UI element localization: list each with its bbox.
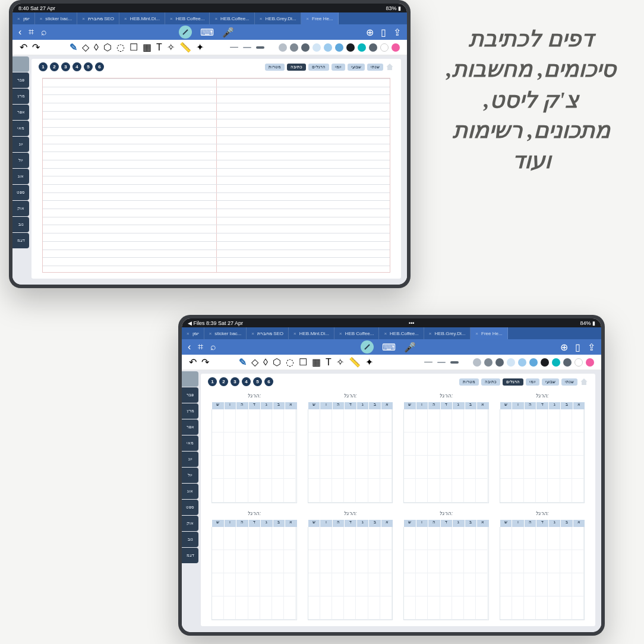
color-swatch[interactable] <box>279 43 287 52</box>
close-icon[interactable]: × <box>82 16 85 21</box>
lasso-icon[interactable]: ◌ <box>286 356 294 368</box>
color-swatch[interactable] <box>346 43 355 52</box>
shape-icon[interactable]: ⬡ <box>103 42 112 53</box>
close-icon[interactable]: × <box>429 331 432 336</box>
mic-icon[interactable]: 🎤 <box>222 27 234 38</box>
page-number-badge[interactable]: 4 <box>242 377 251 386</box>
text-icon[interactable]: T <box>156 42 162 53</box>
zoom-icon[interactable]: ✦ <box>365 356 373 368</box>
close-icon[interactable]: × <box>124 16 127 21</box>
redo-icon[interactable]: ↷ <box>201 356 209 368</box>
month-tab[interactable] <box>182 371 198 387</box>
category-tab[interactable]: שנתי <box>561 378 577 386</box>
color-swatch[interactable] <box>290 43 298 52</box>
text-icon[interactable]: T <box>326 357 332 368</box>
color-swatch[interactable] <box>586 358 594 367</box>
close-icon[interactable]: × <box>475 331 478 336</box>
back-icon[interactable]: ‹ <box>18 27 21 37</box>
month-tab[interactable]: פבר <box>182 387 198 403</box>
ruler-icon[interactable]: 📏 <box>179 42 191 53</box>
page-number-badge[interactable]: 2 <box>50 62 59 71</box>
month-tab[interactable]: יול <box>12 153 29 168</box>
month-tab[interactable]: מאי <box>12 121 29 136</box>
close-icon[interactable]: × <box>306 16 309 21</box>
eraser-icon[interactable]: ◇ <box>251 356 258 368</box>
color-swatch[interactable] <box>529 358 538 367</box>
mic-icon[interactable]: 🎤 <box>404 342 416 353</box>
month-tab[interactable]: מרץ <box>12 89 29 104</box>
share-icon[interactable]: ⇪ <box>393 27 401 38</box>
category-tab[interactable]: כתיבה <box>287 64 306 71</box>
color-swatch[interactable] <box>335 43 343 52</box>
tab[interactable]: ×HEB.Grey.Di... <box>255 12 302 24</box>
category-tab[interactable]: שבועי <box>348 64 365 71</box>
shape-icon[interactable]: ⬡ <box>273 356 281 368</box>
month-tab[interactable]: אוק <box>12 201 29 216</box>
close-icon[interactable]: × <box>209 331 212 336</box>
close-icon[interactable]: × <box>339 331 342 336</box>
tab[interactable]: ×HEB.Mint.Di... <box>119 12 165 24</box>
bookmark-icon[interactable]: ▯ <box>381 27 386 38</box>
draw-mode-icon[interactable] <box>361 340 374 353</box>
month-tab[interactable]: אוג <box>182 484 198 499</box>
color-swatch[interactable] <box>392 43 400 52</box>
color-swatch[interactable] <box>507 358 515 367</box>
close-icon[interactable]: × <box>384 331 387 336</box>
close-icon[interactable]: × <box>214 16 217 21</box>
highlighter-icon[interactable]: ◊ <box>94 42 99 53</box>
add-page-icon[interactable]: ⊕ <box>366 27 374 38</box>
color-swatch[interactable] <box>380 43 389 52</box>
page-number-badge[interactable]: 1 <box>208 377 217 386</box>
close-icon[interactable]: × <box>40 16 43 21</box>
tab[interactable]: ×יומן <box>182 327 204 339</box>
category-tab[interactable]: כתיבה <box>481 378 500 386</box>
color-swatch[interactable] <box>541 358 549 367</box>
tab[interactable]: ×HEB Coffee... <box>165 12 210 24</box>
keyboard-icon[interactable]: ⌨ <box>200 27 214 38</box>
page-number-badge[interactable]: 2 <box>219 377 228 386</box>
tab[interactable]: ×Free He... <box>471 327 507 339</box>
image-icon[interactable]: ▦ <box>143 42 151 53</box>
back-icon[interactable]: ‹ <box>188 342 191 352</box>
month-tab[interactable]: נוב <box>12 217 29 232</box>
pen-icon[interactable]: ✎ <box>70 42 77 53</box>
month-tab[interactable]: אפר <box>182 419 198 435</box>
home-icon[interactable] <box>580 378 588 386</box>
color-swatch[interactable] <box>495 358 504 367</box>
select-icon[interactable]: ☐ <box>299 356 307 368</box>
grid-icon[interactable]: ⌗ <box>29 27 34 37</box>
color-swatch[interactable] <box>312 43 321 52</box>
category-tab[interactable]: הרגלים <box>503 378 523 386</box>
tab[interactable]: ×מחברת SEO <box>77 12 119 24</box>
redo-icon[interactable]: ↷ <box>32 42 40 53</box>
stroke-thick[interactable] <box>450 361 459 364</box>
search-icon[interactable]: ⌕ <box>210 342 216 352</box>
stroke-thin[interactable] <box>424 362 433 362</box>
sticker-icon[interactable]: ✧ <box>336 356 344 368</box>
category-tab[interactable]: הרגלים <box>308 64 329 71</box>
share-icon[interactable]: ⇪ <box>588 342 595 353</box>
color-swatch[interactable] <box>369 43 377 52</box>
month-tab[interactable]: פבר <box>12 72 29 88</box>
draw-mode-icon[interactable] <box>179 26 192 39</box>
close-icon[interactable]: × <box>187 331 190 336</box>
page-number-badge[interactable]: 1 <box>39 62 48 71</box>
tab[interactable]: ×מחברת SEO <box>247 327 289 339</box>
color-swatch[interactable] <box>552 358 560 367</box>
page-number-badge[interactable]: 6 <box>264 377 273 386</box>
page-number-badge[interactable]: 3 <box>231 377 239 386</box>
month-tab[interactable]: דצמ <box>12 233 29 248</box>
month-tab[interactable]: דצמ <box>182 548 198 563</box>
tab[interactable]: ×HEB.Mint.Di... <box>289 327 334 339</box>
color-swatch[interactable] <box>324 43 332 52</box>
stroke-med[interactable] <box>243 47 251 48</box>
month-tab[interactable] <box>12 56 29 72</box>
month-tab[interactable]: אוג <box>12 169 29 184</box>
grid-icon[interactable]: ⌗ <box>198 342 203 352</box>
ruler-icon[interactable]: 📏 <box>349 356 361 368</box>
month-tab[interactable]: מרץ <box>182 403 198 419</box>
close-icon[interactable]: × <box>251 331 254 336</box>
month-tab[interactable]: מאי <box>182 435 198 451</box>
page-number-badge[interactable]: 5 <box>84 62 93 71</box>
undo-icon[interactable]: ↶ <box>20 42 27 53</box>
